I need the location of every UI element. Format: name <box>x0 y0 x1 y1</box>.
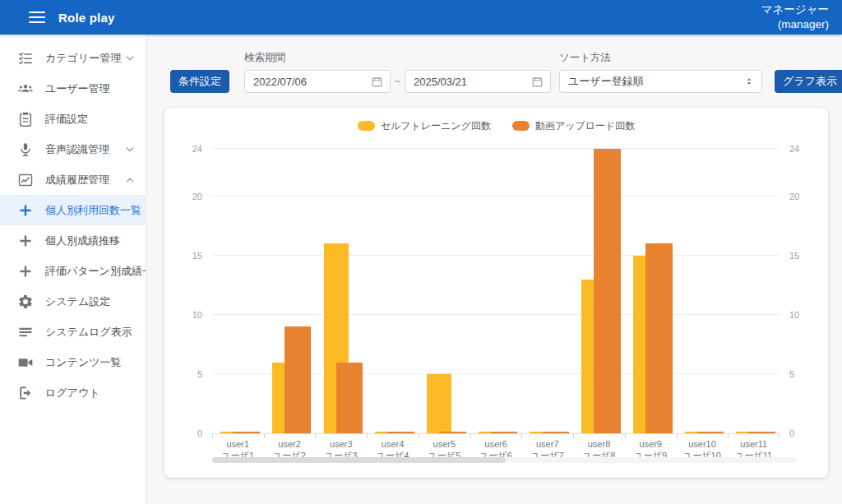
date-to-input[interactable]: 2025/03/21 <box>405 70 551 93</box>
sidebar-item-label: ユーザー管理 <box>45 81 110 96</box>
condition-settings-button[interactable]: 条件設定 <box>170 70 229 93</box>
sort-select[interactable]: ユーザー登録順 <box>559 70 762 93</box>
microphone-icon <box>17 141 34 158</box>
sidebar-item-user-management[interactable]: ユーザー管理 <box>0 73 146 104</box>
bar-video-upload[interactable] <box>491 432 518 433</box>
graph-display-button[interactable]: グラフ表示 <box>775 70 842 93</box>
line-chart-icon <box>17 172 34 188</box>
chart-legend: セルフトレーニング回数動画アップロード回数 <box>164 119 828 132</box>
y-axis-label-right: 10 <box>789 310 799 319</box>
bar-video-upload[interactable] <box>439 432 466 433</box>
video-camera-icon <box>17 354 34 371</box>
date-to-value: 2025/03/21 <box>414 76 531 88</box>
y-axis-label-left: 24 <box>192 145 202 154</box>
bar-group: user8ユーザ8 <box>573 149 625 433</box>
bar-video-upload[interactable] <box>387 432 414 433</box>
sidebar-item-individual-performance-trend[interactable]: 個人別成績推移 <box>0 225 146 256</box>
menu-icon[interactable] <box>29 12 45 23</box>
user-role: マネージャー (manager) <box>761 2 829 31</box>
sidebar-item-label: 音声認識管理 <box>45 142 109 157</box>
sidebar: カテゴリー管理ユーザー管理評価設定音声認識管理成績履歴管理個人別利用回数一覧個人… <box>0 35 146 504</box>
sidebar-item-content-list[interactable]: コンテンツ一覧 <box>0 347 146 377</box>
bar-group: user5ユーザ5 <box>419 149 470 433</box>
select-arrows-icon <box>743 76 755 87</box>
sidebar-item-evaluation-settings[interactable]: 評価設定 <box>0 104 146 134</box>
sidebar-item-system-log-display[interactable]: システムログ表示 <box>0 317 146 347</box>
gear-icon <box>17 294 34 310</box>
legend-label: 動画アップロード回数 <box>535 119 635 133</box>
bar-group: user7ユーザ7 <box>521 149 573 433</box>
filter-controls: 条件設定 検索期間 2022/07/06 ~ 2025/03/21 <box>170 51 828 93</box>
bar-group: user10ユーザ10 <box>677 149 729 433</box>
scrollbar-thumb[interactable] <box>212 457 506 463</box>
bar-video-upload[interactable] <box>285 326 312 433</box>
bar-group: user3ユーザ3 <box>315 149 367 433</box>
plot-area: 00551010151520202424user1ユーザ1user2ユーザ2us… <box>212 149 780 434</box>
sidebar-item-individual-usage-count-list[interactable]: 個人別利用回数一覧 <box>0 195 146 225</box>
bar-video-upload[interactable] <box>645 243 673 433</box>
sidebar-item-speech-recognition-management[interactable]: 音声認識管理 <box>0 134 146 164</box>
y-axis-label-right: 20 <box>789 192 799 201</box>
date-from-input[interactable]: 2022/07/06 <box>244 70 391 93</box>
sidebar-item-label: 評価パターン別成績一覧 <box>45 264 146 279</box>
sidebar-item-performance-history-management[interactable]: 成績履歴管理 <box>0 164 146 195</box>
legend-item-self-training[interactable]: セルフトレーニング回数 <box>358 119 491 133</box>
sidebar-item-label: 個人別利用回数一覧 <box>45 203 141 218</box>
plus-icon <box>17 233 34 249</box>
sidebar-item-performance-by-evaluation-pattern[interactable]: 評価パターン別成績一覧 <box>0 256 146 286</box>
bar-video-upload[interactable] <box>543 432 570 433</box>
bar-self-training[interactable] <box>427 374 451 433</box>
y-axis-label-left: 20 <box>192 192 202 201</box>
legend-label: セルフトレーニング回数 <box>381 119 491 133</box>
legend-item-video-upload[interactable]: 動画アップロード回数 <box>512 119 635 133</box>
bar-video-upload[interactable] <box>748 432 775 433</box>
top-bar: Role play マネージャー (manager) <box>0 0 842 35</box>
users-icon <box>17 81 34 97</box>
horizontal-scrollbar[interactable] <box>212 457 796 463</box>
date-range-separator: ~ <box>395 76 400 87</box>
legend-swatch <box>512 121 530 131</box>
bar-group: user9ユーザ9 <box>625 149 677 433</box>
bar-group: user2ユーザ2 <box>264 149 316 433</box>
bar-group: user1ユーザ1 <box>212 149 264 433</box>
y-axis-label-right: 24 <box>789 145 799 154</box>
user-role-id: (manager) <box>761 17 829 32</box>
app-title: Role play <box>58 11 115 25</box>
checklist-icon <box>17 50 34 67</box>
sidebar-item-label: 個人別成績推移 <box>45 234 120 248</box>
legend-swatch <box>358 121 375 131</box>
app-root: Role play マネージャー (manager) カテゴリー管理ユーザー管理… <box>0 0 842 504</box>
bar-chart: 00551010151520202424user1ユーザ1user2ユーザ2us… <box>212 149 780 434</box>
main-content: 条件設定 検索期間 2022/07/06 ~ 2025/03/21 <box>146 35 842 504</box>
sidebar-item-logout[interactable]: ログアウト <box>0 377 146 408</box>
sidebar-item-label: カテゴリー管理 <box>45 51 121 66</box>
sort-select-value: ユーザー登録順 <box>568 74 743 89</box>
log-lines-icon <box>17 324 34 340</box>
bar-video-upload[interactable] <box>233 432 260 433</box>
calendar-icon[interactable] <box>531 76 544 88</box>
sidebar-item-label: ログアウト <box>45 386 100 400</box>
chevron-up-icon[interactable] <box>124 174 136 186</box>
chart-card: セルフトレーニング回数動画アップロード回数 005510101515202024… <box>164 108 828 478</box>
sidebar-item-label: コンテンツ一覧 <box>45 355 122 370</box>
search-period-group: 検索期間 2022/07/06 ~ 2025/03/21 <box>244 51 551 93</box>
date-from-value: 2022/07/06 <box>253 76 371 88</box>
sidebar-item-category-management[interactable]: カテゴリー管理 <box>0 43 146 73</box>
bar-group: user4ユーザ4 <box>367 149 419 433</box>
bar-video-upload[interactable] <box>697 432 724 433</box>
sidebar-item-label: 成績履歴管理 <box>45 173 109 187</box>
bar-columns: user1ユーザ1user2ユーザ2user3ユーザ3user4ユーザ4user… <box>212 149 780 433</box>
sidebar-item-label: システム設定 <box>45 294 110 309</box>
sidebar-item-system-settings[interactable]: システム設定 <box>0 286 146 317</box>
bar-video-upload[interactable] <box>336 363 363 434</box>
chevron-down-icon[interactable] <box>124 53 136 64</box>
sidebar-item-label: システムログ表示 <box>45 325 132 340</box>
sort-method-label: ソート方法 <box>559 51 775 65</box>
user-role-name: マネージャー <box>761 2 829 17</box>
y-axis-label-right: 15 <box>789 251 799 260</box>
sort-method-group: ソート方法 ユーザー登録順 <box>559 51 775 93</box>
calendar-icon[interactable] <box>371 76 383 88</box>
plus-icon <box>17 202 34 219</box>
bar-video-upload[interactable] <box>594 149 621 433</box>
chevron-down-icon[interactable] <box>124 144 136 155</box>
